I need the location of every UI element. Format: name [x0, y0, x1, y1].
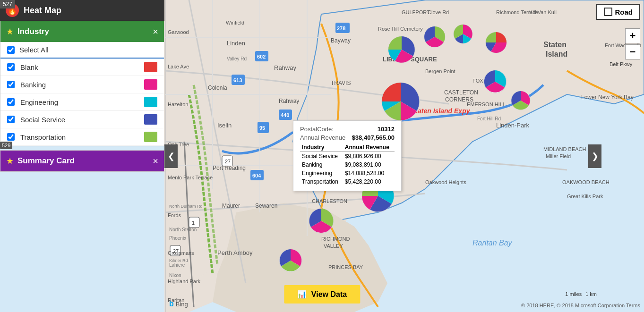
- svg-text:Oakwood Heights: Oakwood Heights: [425, 179, 466, 185]
- svg-text:95: 95: [259, 125, 265, 131]
- summary-title: Summary Card: [17, 156, 75, 166]
- svg-text:Perth Amboy: Perth Amboy: [217, 249, 253, 256]
- zoom-out-button[interactable]: −: [625, 44, 640, 59]
- svg-text:Lahiere: Lahiere: [169, 262, 185, 268]
- industry-color-swatch: [144, 79, 157, 90]
- svg-text:GULFPORT: GULFPORT: [402, 9, 430, 15]
- industry-item: Social Service: [0, 111, 164, 128]
- svg-text:Menlo Park Terrace: Menlo Park Terrace: [168, 175, 213, 180]
- bing-logo: b Bing: [169, 300, 188, 308]
- view-data-button[interactable]: 📊 View Data: [284, 285, 360, 304]
- tooltip-col-revenue: Annual Revenue: [343, 143, 395, 152]
- star-icon: ★: [6, 26, 14, 37]
- select-all-label: Select All: [19, 46, 49, 54]
- svg-text:Linden: Linden: [227, 40, 245, 47]
- svg-text:MIDLAND BEACH: MIDLAND BEACH: [543, 146, 586, 152]
- svg-text:Fords: Fords: [168, 212, 181, 218]
- svg-text:Staten: Staten: [543, 41, 567, 49]
- industry-items-container: BlankBankingEngineeringSocial ServiceTra…: [0, 59, 164, 146]
- svg-text:Valley Rd: Valley Rd: [227, 56, 247, 61]
- svg-text:Kilmer Rd: Kilmer Rd: [169, 258, 188, 263]
- industry-checkbox-1[interactable]: [7, 81, 15, 88]
- industry-header-left: ★ Industry: [6, 26, 49, 37]
- zoom-controls: + −: [625, 28, 640, 59]
- industry-item-name: Social Service: [20, 116, 144, 124]
- summary-section: ★ Summary Card ×: [0, 150, 164, 172]
- svg-text:CASTLETON: CASTLETON: [444, 89, 478, 96]
- svg-text:Island: Island: [546, 50, 567, 58]
- industry-checkbox-4[interactable]: [7, 133, 15, 141]
- view-data-label: View Data: [311, 290, 347, 299]
- zoom-in-button[interactable]: +: [625, 28, 640, 43]
- industry-item-name: Blank: [20, 63, 144, 71]
- svg-text:Belt Pkwy: Belt Pkwy: [610, 61, 633, 67]
- svg-text:Phoenix: Phoenix: [169, 236, 186, 241]
- nav-arrow-right[interactable]: ❯: [588, 144, 601, 168]
- svg-text:440: 440: [281, 112, 289, 118]
- tooltip-postal-label: PostalCode:: [300, 126, 334, 133]
- industry-item: Banking: [0, 76, 164, 93]
- industry-item: Blank: [0, 59, 164, 76]
- badge-527: 527: [0, 0, 15, 8]
- svg-text:Raritan Bay: Raritan Bay: [472, 239, 513, 247]
- industry-checkbox-0[interactable]: [7, 63, 15, 71]
- view-data-icon: 📊: [297, 290, 307, 299]
- svg-text:Iselin: Iselin: [217, 122, 232, 129]
- bing-label: Bing: [176, 301, 188, 308]
- header-title: Heat Map: [24, 6, 61, 16]
- summary-close-button[interactable]: ×: [153, 156, 158, 166]
- industry-checkbox-3[interactable]: [7, 116, 15, 123]
- svg-text:CHARLESTON: CHARLESTON: [312, 198, 347, 204]
- tooltip-revenue-cell: $9,083,891.00: [343, 160, 395, 169]
- scale-miles: 1 miles: [565, 291, 582, 297]
- tooltip-revenue-row: Annual Revenue $38,407,565.00: [300, 134, 395, 141]
- svg-text:Staten Island Expy: Staten Island Expy: [411, 107, 471, 115]
- tooltip-revenue-label: Annual Revenue: [300, 134, 345, 141]
- tooltip-revenue-cell: $14,088,528.00: [343, 169, 395, 177]
- svg-text:PRINCES BAY: PRINCES BAY: [328, 264, 363, 270]
- select-all-checkbox[interactable]: [7, 46, 15, 54]
- industry-item-name: Banking: [20, 81, 144, 89]
- industry-item-name: Engineering: [20, 98, 144, 106]
- svg-text:EMERSON HILL: EMERSON HILL: [467, 101, 506, 107]
- tooltip-revenue-cell: $5,428,220.00: [343, 177, 395, 186]
- industry-color-swatch: [144, 132, 157, 142]
- svg-text:613: 613: [233, 77, 242, 83]
- svg-text:Highland Park: Highland Park: [168, 278, 201, 284]
- industry-checkbox-2[interactable]: [7, 98, 15, 106]
- svg-text:27: 27: [225, 159, 231, 164]
- tooltip-row: Transportation$5,428,220.00: [300, 177, 395, 186]
- industry-title: Industry: [17, 27, 49, 36]
- svg-text:Miller Field: Miller Field: [546, 153, 571, 159]
- svg-text:Hazelton: Hazelton: [168, 101, 188, 107]
- svg-text:Rose Hill Cemetery: Rose Hill Cemetery: [378, 26, 423, 32]
- summary-header: ★ Summary Card ×: [0, 151, 164, 171]
- tooltip-industry-cell: Banking: [300, 160, 343, 169]
- industry-header: ★ Industry ×: [0, 21, 164, 42]
- industry-item-name: Transportation: [20, 133, 144, 141]
- industry-section: ★ Industry × Select All BlankBankingEngi…: [0, 21, 164, 146]
- nav-arrow-left[interactable]: ❮: [164, 144, 178, 168]
- svg-text:Great Kills Park: Great Kills Park: [567, 194, 603, 199]
- svg-text:Rahway: Rahway: [279, 98, 299, 104]
- svg-text:OAKWOOD BEACH: OAKWOOD BEACH: [562, 179, 610, 185]
- industry-close-button[interactable]: ×: [153, 27, 158, 36]
- svg-text:RICHMOND: RICHMOND: [321, 236, 350, 242]
- header-bar: 🔥 Heat Map: [0, 0, 164, 21]
- industry-item: Engineering: [0, 93, 164, 111]
- badge-529: 529: [0, 142, 12, 149]
- tooltip-table: Industry Annual Revenue Social Service$9…: [300, 143, 395, 186]
- svg-text:Lower New York Bay: Lower New York Bay: [581, 94, 634, 101]
- svg-text:Richmond Terrace: Richmond Terrace: [496, 9, 538, 15]
- svg-text:Crossmans: Crossmans: [168, 250, 194, 256]
- tooltip-industry-cell: Social Service: [300, 152, 343, 161]
- select-all-row[interactable]: Select All: [0, 42, 164, 59]
- tooltip-row: Banking$9,083,891.00: [300, 160, 395, 169]
- road-button[interactable]: Road: [596, 4, 641, 20]
- svg-text:Sewaren: Sewaren: [255, 202, 277, 209]
- svg-text:North Durham Rd: North Durham Rd: [169, 204, 203, 209]
- svg-text:Maurer: Maurer: [222, 202, 240, 209]
- svg-text:Garwood: Garwood: [168, 29, 189, 35]
- tooltip-row: Engineering$14,088,528.00: [300, 169, 395, 177]
- tooltip-industry-cell: Transportation: [300, 177, 343, 186]
